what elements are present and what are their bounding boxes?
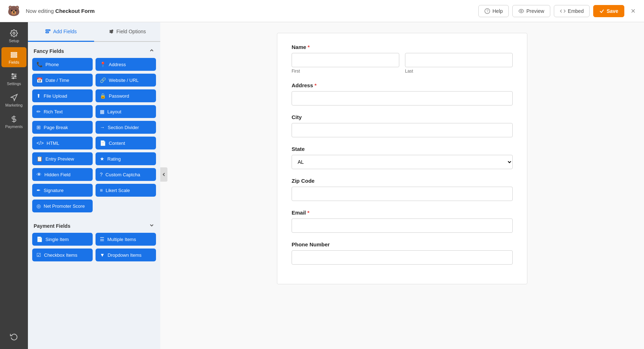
single-item-btn-icon: 📄 [36, 236, 43, 242]
payment-fields-section: Payment Fields 📄 Single Item ☰ Multiple … [28, 217, 160, 266]
state-label: State [292, 146, 513, 152]
city-label: City [292, 114, 513, 120]
undo-icon [10, 333, 18, 340]
zip-input[interactable] [292, 187, 513, 201]
panel-collapse-toggle[interactable] [160, 167, 167, 182]
name-last-input[interactable] [405, 53, 513, 67]
svg-point-12 [13, 78, 14, 79]
preview-button[interactable]: Preview [512, 5, 550, 17]
email-input[interactable] [292, 218, 513, 233]
field-btn-content[interactable]: 📄 Content [96, 137, 156, 149]
field-btn-section-divider[interactable]: → Section Divider [96, 121, 156, 134]
field-btn-datetime[interactable]: 📅 Date / Time [32, 74, 93, 87]
close-button[interactable]: × [628, 5, 638, 17]
chevron-up-icon [149, 48, 155, 53]
state-select[interactable]: AL AK AZ AR CA CO CT DE FL GA [292, 155, 513, 169]
payment-fields-label: Payment Fields [34, 223, 70, 229]
address-btn-icon: 📍 [100, 62, 106, 67]
fancy-fields-section: Fancy Fields 📞 Phone 📍 Address 📅 Date / … [28, 42, 160, 217]
form-field-zip: Zip Code [292, 178, 513, 201]
form-field-city: City [292, 114, 513, 137]
svg-rect-6 [11, 56, 17, 58]
gear-icon [10, 29, 18, 37]
help-icon: ? [484, 8, 490, 14]
field-btn-page-break[interactable]: ⊞ Page Break [32, 121, 93, 134]
payment-fields-collapse[interactable] [149, 222, 155, 229]
embed-button[interactable]: Embed [554, 5, 590, 17]
sidebar-item-payments[interactable]: Payments [1, 112, 26, 132]
field-btn-signature[interactable]: ✒ Signature [32, 184, 93, 197]
password-btn-icon: 🔒 [100, 93, 106, 99]
field-btn-rich-text[interactable]: ✏ Rich Text [32, 105, 93, 118]
net-promoter-score-btn-label: Net Promoter Score [44, 203, 85, 209]
html-btn-label: HTML [47, 141, 59, 146]
email-label-text: Email [292, 210, 306, 216]
tab-field-options[interactable]: Field Options [94, 22, 160, 42]
datetime-btn-label: Date / Time [45, 78, 69, 83]
field-btn-file-upload[interactable]: ⬆ File Upload [32, 89, 93, 102]
undo-button[interactable] [1, 329, 26, 343]
field-btn-single-item[interactable]: 📄 Single Item [32, 233, 93, 246]
field-btn-dropdown-items[interactable]: ▼ Dropdown Items [96, 249, 156, 261]
field-btn-checkbox-items[interactable]: ☑ Checkbox Items [32, 249, 93, 261]
field-btn-rating[interactable]: ★ Rating [96, 152, 156, 165]
field-btn-password[interactable]: 🔒 Password [96, 89, 156, 102]
editing-label: Now editing Checkout Form [26, 8, 95, 14]
name-last-group: Last [405, 53, 513, 74]
email-required-star: * [307, 210, 309, 216]
field-btn-phone[interactable]: 📞 Phone [32, 58, 93, 71]
help-label: Help [492, 8, 503, 14]
field-btn-address[interactable]: 📍 Address [96, 58, 156, 71]
dropdown-items-btn-label: Dropdown Items [108, 252, 142, 258]
name-required-star: * [308, 44, 310, 50]
field-btn-layout[interactable]: ▦ Layout [96, 105, 156, 118]
field-btn-likert-scale[interactable]: ≡ Likert Scale [96, 184, 156, 197]
form-field-email: Email * [292, 210, 513, 233]
checkbox-items-btn-icon: ☑ [36, 252, 41, 258]
website-btn-label: Website / URL [109, 78, 139, 83]
topbar: 🐻 Now editing Checkout Form ? Help Previ… [0, 0, 644, 22]
phone-input[interactable] [292, 250, 513, 265]
sidebar-settings-label: Settings [7, 82, 21, 86]
page-break-btn-label: Page Break [44, 125, 68, 130]
address-input[interactable] [292, 91, 513, 105]
svg-point-11 [15, 75, 16, 77]
sidebar-item-marketing[interactable]: Marketing [1, 90, 26, 110]
hidden-field-btn-label: Hidden Field [44, 172, 70, 177]
sidebar-item-settings[interactable]: Settings [1, 69, 26, 89]
phone-label: Phone Number [292, 241, 513, 247]
close-label: × [631, 6, 635, 15]
field-btn-hidden-field[interactable]: 👁 Hidden Field [32, 168, 93, 181]
fancy-fields-collapse[interactable] [149, 48, 155, 54]
rich-text-btn-icon: ✏ [36, 109, 41, 114]
logo-emoji: 🐻 [8, 5, 20, 17]
field-btn-net-promoter-score[interactable]: ◎ Net Promoter Score [32, 200, 93, 212]
field-btn-html[interactable]: </> HTML [32, 137, 93, 149]
help-button[interactable]: ? Help [478, 5, 509, 17]
save-button[interactable]: Save [593, 5, 624, 17]
rating-btn-label: Rating [107, 156, 121, 162]
city-input[interactable] [292, 123, 513, 137]
topbar-right: ? Help Preview Embed Save × [478, 5, 638, 17]
custom-captcha-btn-icon: ? [100, 172, 103, 177]
tab-add-fields[interactable]: Add Fields [28, 22, 94, 42]
entry-preview-btn-label: Entry Preview [45, 156, 74, 162]
address-label-text: Address [292, 82, 313, 88]
field-btn-custom-captcha[interactable]: ? Custom Captcha [96, 168, 156, 181]
sidebar-item-fields[interactable]: Fields [1, 47, 26, 67]
html-btn-icon: </> [36, 140, 44, 146]
field-options-tab-label: Field Options [116, 29, 146, 34]
sidebar-item-setup[interactable]: Setup [1, 26, 26, 46]
state-label-text: State [292, 146, 305, 152]
multiple-items-btn-icon: ☰ [100, 236, 104, 242]
name-first-input[interactable] [292, 53, 399, 67]
field-btn-entry-preview[interactable]: 📋 Entry Preview [32, 152, 93, 165]
name-first-sublabel: First [292, 69, 399, 74]
fancy-fields-grid: 📞 Phone 📍 Address 📅 Date / Time 🔗 Websit… [28, 58, 160, 217]
form-field-phone: Phone Number [292, 241, 513, 265]
topbar-left: 🐻 Now editing Checkout Form [6, 3, 95, 19]
field-btn-website[interactable]: 🔗 Website / URL [96, 74, 156, 87]
fancy-fields-header: Fancy Fields [28, 42, 160, 58]
field-btn-multiple-items[interactable]: ☰ Multiple Items [96, 233, 156, 246]
section-divider-btn-icon: → [100, 124, 105, 130]
